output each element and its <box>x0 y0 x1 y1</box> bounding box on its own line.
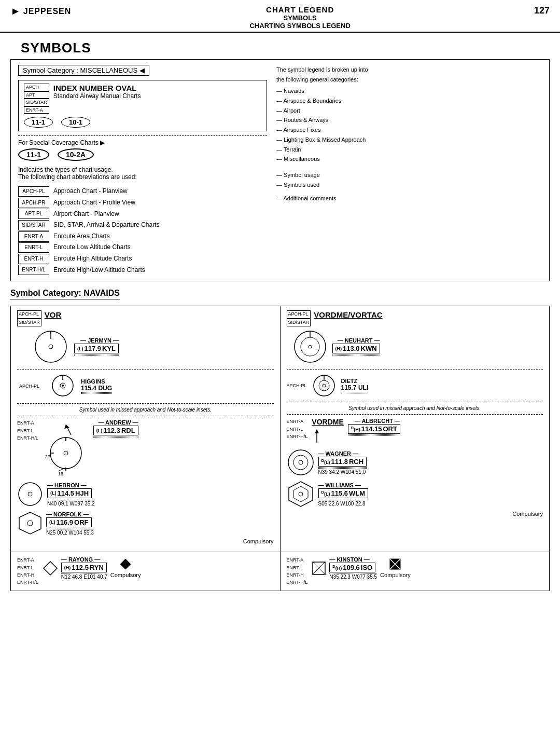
kinston-class: D(H) <box>332 564 342 571</box>
svg-point-11 <box>64 451 68 455</box>
albrecht-station-info: — ALBRECHT — D(H) 114.15 ORT <box>348 418 400 436</box>
norfolk-dot1 <box>46 528 94 528</box>
andrew-freq: 112.3 <box>103 427 120 434</box>
hebron-dot2 <box>47 500 95 500</box>
svg-point-24 <box>309 345 312 348</box>
abbr-code-enrt-hl: ENRT-H/L <box>18 265 49 275</box>
chart-type-enrt: ENRT-A <box>24 106 49 114</box>
nav-bottom-row: ENRT-AENRT-LENRT-HENRT-H/L — RAYONG — <box>11 552 549 591</box>
symbols-used-label: — Symbols used <box>276 180 542 190</box>
hebron-name: — HEBRON — <box>47 482 95 488</box>
wagner-station-info: — WAGNER — D(L) 111.8 RCH N39 34.2 W104 … <box>318 450 367 475</box>
williams-class: D(L) <box>321 490 330 497</box>
abbr-row-enrt-h: ENRT-H Enroute High Altitude Charts <box>18 253 267 265</box>
norfolk-class: (L) <box>49 519 55 525</box>
rayong-filled-diamond <box>120 558 131 570</box>
kinston-dot1 <box>329 573 377 573</box>
vor-dashed-sep1 <box>17 369 274 370</box>
abbr-code-apch-pr: APCH-PR <box>18 198 49 208</box>
abbr-desc-apt-pl: Airport Chart - Planview <box>53 209 119 220</box>
williams-dot1 <box>318 499 369 499</box>
neuhart-freq: 113.0 <box>343 345 360 352</box>
vor-enrt-andrew-row: ENRT-AENRT-LENRT-H/L <box>17 419 274 478</box>
abbr-desc-enrt-hl: Enroute High/Low Altitude Charts <box>53 265 145 276</box>
neuhart-compass <box>292 329 328 365</box>
nav-half-vordme: APCH-PL SID/STAR VORDME/VORTAC <box>281 306 550 552</box>
neuhart-dot1 <box>332 354 380 354</box>
kinston-open-square <box>312 561 326 576</box>
svg-text:16: 16 <box>58 471 63 476</box>
albrecht-dot1 <box>348 434 400 435</box>
jermyn-station-info: — JERMYN — (L) 117.9 KYL <box>74 337 119 356</box>
abbr-row-enrt-l: ENRT-L Enroute Low Altitude Charts <box>18 242 267 253</box>
jermyn-dotted2 <box>74 355 119 356</box>
jermyn-id: KYL <box>102 345 116 352</box>
rayong-symbol-info: — RAYONG — (H) 112.5 RYN N12 46.8 E101 4… <box>43 556 141 580</box>
chart-type-stack: APCH APT SID/STAR ENRT-A <box>24 84 49 114</box>
rayong-diamond <box>43 560 58 576</box>
higgins-name: HIGGINS <box>81 378 112 385</box>
oval-10-1: 10-1 <box>61 117 90 128</box>
vor-jermyn-row: — JERMYN — (L) 117.9 KYL <box>33 329 274 365</box>
wagner-class: D(L) <box>321 458 330 465</box>
abbr-desc-sid-star: SID, STAR, Arrival & Departure Charts <box>53 220 160 231</box>
cat-fixes: — Airspace Fixes <box>276 125 542 135</box>
abbr-row-apch-pl: APCH-PL Approach Chart - Planview <box>18 186 267 197</box>
cat-misc: — Miscellaneous <box>276 154 542 164</box>
svg-marker-20 <box>19 512 41 534</box>
vordme-neuhart-row: — NEUHART — (H) 113.0 KWN <box>292 329 543 365</box>
abbr-code-enrt-h: ENRT-H <box>18 254 49 264</box>
cat-navaids: — Navaids <box>276 86 542 96</box>
jermyn-class: (L) <box>77 346 83 351</box>
index-oval-area: APCH APT SID/STAR ENRT-A INDEX NUMBER OV… <box>18 80 267 131</box>
wagner-compass <box>287 448 315 477</box>
abbr-code-sid-star: SID/STAR <box>18 220 49 230</box>
hebron-id: HJH <box>75 489 89 497</box>
norfolk-freq-box: (L) 116.9 ORF <box>46 517 92 527</box>
rayong-station-info: — RAYONG — (H) 112.5 RYN N12 46.8 E101 4… <box>61 556 107 580</box>
hebron-class: (L) <box>50 490 57 496</box>
neuhart-id: KWN <box>361 345 377 352</box>
header-center: CHART LEGEND SYMBOLS CHARTING SYMBOLS LE… <box>71 5 529 30</box>
special-oval-10-2A: 10-2A <box>58 148 94 161</box>
nav-top-row: APCH-PL SID/STAR VOR <box>11 306 549 552</box>
abbr-list: APCH-PL Approach Chart - Planview APCH-P… <box>18 186 267 276</box>
albrecht-freq: 114.15 <box>361 425 382 433</box>
svg-point-10 <box>50 437 81 469</box>
abbr-row-sid-star: SID/STAR SID, STAR, Arrival & Departure … <box>18 220 267 231</box>
vor-hebron-row: — HEBRON — (L) 114.5 HJH N40 09.1 W097 3… <box>17 481 274 507</box>
index-subtitle: Standard Airway Manual Charts <box>53 92 141 100</box>
svg-point-33 <box>293 455 308 470</box>
vordme-chart-types: APCH-PL SID/STAR <box>287 310 311 326</box>
vor-compulsory: Compulsory <box>17 538 274 544</box>
nav-half-vor: APCH-PL SID/STAR VOR <box>11 306 281 552</box>
abbr-desc-apch-pr: Approach Chart - Profile View <box>53 197 135 209</box>
hebron-dot1 <box>47 499 95 499</box>
arrow-right-icon: ▶ <box>100 139 105 146</box>
dietz-name: DIETZ <box>341 378 369 384</box>
indicates-text: Indicates the types of chart usage.The f… <box>18 166 267 181</box>
info-box-right: The symbol legend is broken up intothe f… <box>276 65 542 276</box>
abbr-row-enrt-hl: ENRT-H/L Enroute High/Low Altitude Chart… <box>18 265 267 276</box>
albrecht-class: D(H) <box>351 426 360 432</box>
neuhart-freq-box: (H) 113.0 KWN <box>332 344 380 353</box>
info-box-left: Symbol Category : MISCELLANEOUS ◀ APCH A… <box>18 65 267 276</box>
svg-marker-36 <box>293 486 308 502</box>
wagner-name: — WAGNER — <box>318 450 367 457</box>
chart-type-apt: APT <box>24 91 49 99</box>
dietz-freq: 115.7 ULI <box>341 384 369 391</box>
symbol-category-banner: Symbol Category : MISCELLANEOUS ◀ <box>18 65 149 76</box>
navaids-full-box: APCH-PL SID/STAR VOR <box>10 306 550 591</box>
norfolk-station-info: — NORFOLK — (L) 116.9 ORF N25 00.2 W104 … <box>46 511 94 536</box>
williams-freq: 115.6 <box>331 489 348 497</box>
vor-type-sids: SID/STAR <box>17 319 41 327</box>
williams-name: — WILLIAMS — <box>318 482 369 488</box>
svg-marker-35 <box>289 482 313 507</box>
neuhart-station-info: — NEUHART — (H) 113.0 KWN <box>332 337 380 356</box>
rayong-compulsory-label: Compulsory <box>110 572 141 578</box>
norfolk-coords: N25 00.2 W104 55.3 <box>46 530 94 536</box>
cat-lighting: — Lighting Box & Missed Approach <box>276 135 542 145</box>
jermyn-name: — JERMYN — <box>74 337 119 344</box>
williams-dot2 <box>318 500 369 500</box>
vor-norfolk-row: — NORFOLK — (L) 116.9 ORF N25 00.2 W104 … <box>17 510 274 536</box>
